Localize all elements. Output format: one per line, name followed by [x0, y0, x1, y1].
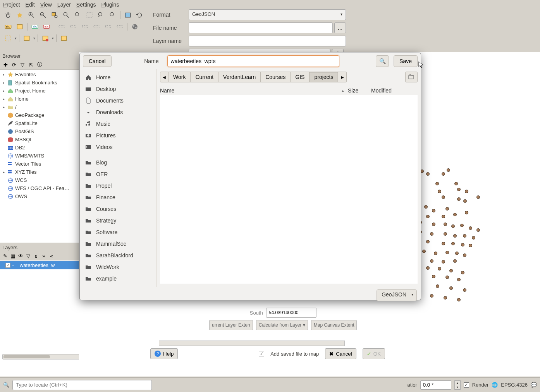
sidebar-folder[interactable]: Software	[80, 226, 156, 238]
render-checkbox[interactable]: ✓	[464, 382, 469, 388]
sidebar-folder[interactable]: OER	[80, 168, 156, 180]
browser-item[interactable]: MSSQL	[0, 135, 79, 144]
label-tool-3[interactable]: abc	[30, 22, 40, 32]
breadcrumb-courses[interactable]: Courses	[261, 72, 291, 82]
new-map-icon[interactable]	[123, 10, 133, 20]
layers-add-group-icon[interactable]: ▦	[9, 252, 16, 259]
label-hide-icon[interactable]	[80, 22, 90, 32]
refresh-browser-icon[interactable]: ⟳	[10, 61, 18, 68]
pan-to-selection[interactable]	[15, 10, 25, 20]
browser-item[interactable]: ▸/	[0, 103, 79, 111]
menu-settings[interactable]: Settings	[76, 2, 96, 8]
messages-icon[interactable]: 💬	[531, 382, 537, 388]
new-folder-button[interactable]: +	[405, 72, 418, 82]
browser-item[interactable]: Vector Tiles	[0, 160, 79, 168]
layers-expand-icon[interactable]: »	[40, 252, 47, 259]
metasearch-icon[interactable]	[130, 22, 140, 32]
bg-ok-button[interactable]: ✔OK	[363, 348, 385, 359]
browser-item[interactable]: PostGIS	[0, 127, 79, 135]
browser-item[interactable]: ▸Project Home	[0, 87, 79, 95]
sidebar-folder[interactable]: Propel	[80, 180, 156, 192]
zoom-full-icon[interactable]	[61, 10, 71, 20]
layers-expr-icon[interactable]: ε	[33, 252, 40, 259]
deselect-tool[interactable]	[22, 33, 32, 43]
select-tool[interactable]	[3, 33, 13, 43]
add-to-map-checkbox[interactable]: ✓	[259, 351, 264, 356]
sidebar-folder[interactable]: example	[80, 273, 156, 284]
browser-item[interactable]: WMS/WMTS	[0, 152, 79, 160]
breadcrumb-verdantlearn[interactable]: VerdantLearn	[218, 72, 261, 82]
layers-style-icon[interactable]: ✎	[2, 252, 9, 259]
help-button[interactable]: ?Help	[150, 348, 178, 359]
sidebar-folder[interactable]: Blog	[80, 157, 156, 168]
layers-collapse-icon[interactable]: «	[48, 252, 55, 259]
label-pin-icon[interactable]	[68, 22, 78, 32]
sidebar-place[interactable]: Desktop	[80, 83, 156, 95]
layers-remove-icon[interactable]: −	[56, 252, 63, 259]
zoom-selection-icon[interactable]	[50, 10, 60, 20]
filename-browse-button[interactable]: …	[334, 22, 346, 33]
layers-visibility-icon[interactable]: 👁	[17, 252, 24, 259]
label-rotate-icon[interactable]	[103, 22, 113, 32]
zoom-layer-icon[interactable]	[73, 10, 83, 20]
sidebar-folder[interactable]: Finance	[80, 192, 156, 203]
layer-item[interactable]: ✓ ◦ waterbeetles_w	[0, 261, 79, 269]
add-layer-icon[interactable]: ✚	[2, 61, 9, 68]
sidebar-folder[interactable]: MammalSoc	[80, 238, 156, 250]
file-list-header[interactable]: Name▲ Size Modified	[157, 85, 421, 95]
browser-item[interactable]: WCS	[0, 176, 79, 184]
sidebar-folder[interactable]: Courses	[80, 203, 156, 215]
select-by-value-tool[interactable]	[40, 33, 50, 43]
breadcrumb-work[interactable]: Work	[169, 72, 191, 82]
form-scrollbar[interactable]	[159, 341, 345, 346]
zoom-in-icon[interactable]	[26, 10, 36, 20]
name-input[interactable]	[167, 55, 339, 67]
save-button[interactable]: Save	[394, 55, 418, 67]
label-edit-icon[interactable]	[115, 22, 125, 32]
sidebar-place[interactable]: Music	[80, 118, 156, 130]
breadcrumb-projects[interactable]: projects	[310, 72, 338, 82]
browser-item[interactable]: SpatiaLite	[0, 119, 79, 127]
browser-item[interactable]: OWS	[0, 192, 79, 200]
menu-view[interactable]: View	[40, 2, 52, 8]
south-input[interactable]	[266, 308, 316, 318]
browser-item[interactable]: GeoPackage	[0, 111, 79, 119]
label-move-icon[interactable]	[91, 22, 101, 32]
current-layer-extent-button[interactable]: urrent Layer Exten	[209, 320, 253, 330]
collapse-icon[interactable]: ⇱	[27, 61, 35, 68]
pan-tool[interactable]	[3, 10, 13, 20]
menu-plugins[interactable]: Plugins	[101, 2, 119, 8]
label-tool-4[interactable]: abc	[41, 22, 52, 32]
breadcrumb-back-icon[interactable]: ◀	[160, 72, 169, 82]
filter-icon[interactable]: ▽	[19, 61, 26, 68]
browser-item[interactable]: ▸Favorites	[0, 70, 79, 79]
properties-icon[interactable]: ⓘ	[36, 61, 43, 68]
browser-item[interactable]: ▸Spatial Bookmarks	[0, 79, 79, 87]
layername-input[interactable]	[189, 36, 346, 46]
file-list[interactable]	[160, 95, 418, 284]
search-button[interactable]: 🔍	[376, 55, 389, 67]
calc-from-layer-button[interactable]: Calculate from Layer ▾	[256, 320, 308, 330]
sidebar-place[interactable]: Videos	[80, 141, 156, 153]
sidebar-place[interactable]: Documents	[80, 95, 156, 106]
refresh-icon[interactable]	[134, 10, 144, 20]
layers-filter-icon[interactable]: ▽	[25, 252, 32, 259]
rotation-input[interactable]	[420, 380, 451, 390]
locator-input[interactable]	[12, 380, 152, 390]
browser-item[interactable]: ▸Home	[0, 95, 79, 103]
sidebar-place[interactable]: Downloads	[80, 106, 156, 118]
select-all-tool[interactable]	[59, 33, 69, 43]
breadcrumb-gis[interactable]: GIS	[291, 72, 310, 82]
map-canvas-extent-button[interactable]: Map Canvas Extent	[311, 320, 357, 330]
rotation-spinner[interactable]: ▲▼	[454, 380, 461, 390]
label-tool-1[interactable]: abc	[3, 22, 13, 32]
label-tool-2[interactable]	[15, 22, 25, 32]
cancel-button[interactable]: Cancel	[83, 55, 112, 67]
filetype-combo[interactable]: GeoJSON	[377, 289, 417, 301]
zoom-last-icon[interactable]	[96, 10, 106, 20]
zoom-out-icon[interactable]	[38, 10, 48, 20]
sidebar-place[interactable]: Home	[80, 72, 156, 83]
breadcrumb-current[interactable]: Current	[191, 72, 218, 82]
browser-item[interactable]: WFS / OGC API - Fea…	[0, 184, 79, 192]
crs-status[interactable]: EPSG:4326	[501, 382, 528, 388]
